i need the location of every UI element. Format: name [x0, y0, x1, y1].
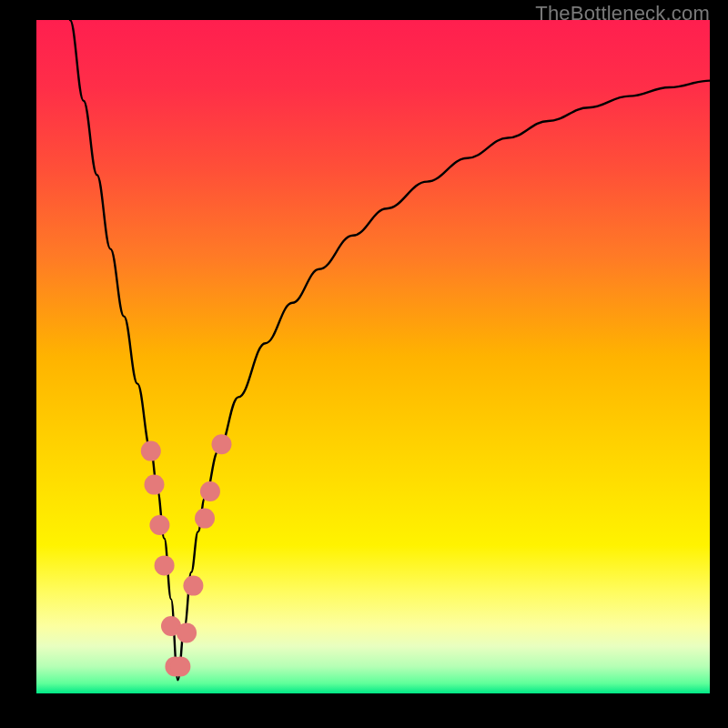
highlight-dot — [145, 475, 165, 495]
highlight-dot — [170, 656, 190, 676]
highlight-dot — [212, 434, 232, 454]
highlight-dot — [149, 515, 169, 535]
highlight-dot — [183, 576, 203, 596]
highlight-dot — [177, 622, 197, 642]
bottleneck-curve — [70, 20, 710, 680]
curve-layer — [36, 20, 710, 693]
highlight-dot — [141, 441, 161, 461]
highlight-dot — [155, 555, 175, 575]
plot-area — [36, 20, 710, 693]
highlight-dot — [200, 481, 220, 501]
chart-frame: TheBottleneck.com — [0, 0, 728, 728]
highlight-dot — [195, 509, 215, 529]
